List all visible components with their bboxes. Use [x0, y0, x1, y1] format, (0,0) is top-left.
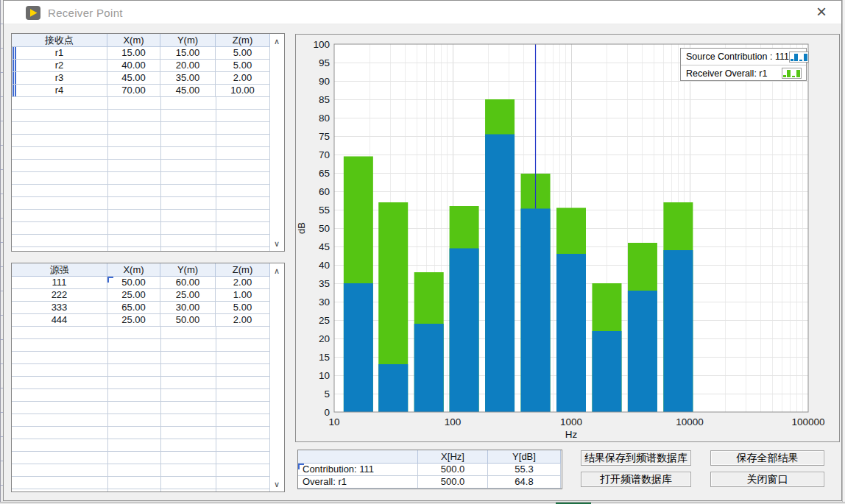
- cell[interactable]: 20.00: [160, 60, 216, 72]
- cell[interactable]: Contribution: 111: [298, 464, 418, 476]
- cell[interactable]: r4: [12, 85, 107, 97]
- column-header: [298, 450, 418, 464]
- svg-text:20: 20: [319, 333, 330, 344]
- cell[interactable]: 45.00: [107, 72, 160, 85]
- cell[interactable]: 2.00: [216, 72, 270, 85]
- spectrum-chart[interactable]: 0510152025303540455055606570758085909510…: [296, 35, 839, 441]
- cell[interactable]: 45.00: [160, 85, 216, 97]
- svg-text:55: 55: [319, 205, 330, 216]
- cell[interactable]: 10.00: [216, 85, 270, 97]
- labview-run-icon: [26, 6, 40, 20]
- cursor-readout-table: X[Hz] Y[dB] Contribution: 111 500.0 55.3…: [297, 450, 562, 489]
- scroll-up-icon[interactable]: ∧: [271, 36, 283, 46]
- receiver-point-window: Receiver Point × 接收点 X(m) Y(m) Z(m) r1 1…: [3, 0, 842, 501]
- empty-rows[interactable]: [12, 327, 270, 491]
- receiver-table-header: 接收点 X(m) Y(m) Z(m): [12, 34, 284, 47]
- cell[interactable]: 25.00: [160, 289, 216, 302]
- cursor-table-header: X[Hz] Y[dB]: [298, 450, 562, 464]
- legend-item-contribution[interactable]: Source Contribution : 111: [681, 49, 806, 65]
- svg-text:1000: 1000: [560, 416, 582, 427]
- table-row[interactable]: 333 65.00 30.00 5.00: [12, 302, 284, 314]
- cell[interactable]: 333: [12, 302, 107, 314]
- table-row[interactable]: 444 25.00 50.00 2.00: [12, 314, 284, 327]
- cell[interactable]: r2: [12, 60, 107, 72]
- cell[interactable]: 70.00: [107, 85, 160, 97]
- column-header: 源强: [12, 263, 107, 277]
- cell-selected[interactable]: 50.00: [107, 277, 160, 289]
- cell[interactable]: 60.00: [160, 277, 216, 289]
- table-row[interactable]: r1 15.00 15.00 5.00: [12, 47, 284, 60]
- column-header: X(m): [107, 263, 160, 277]
- window-title: Receiver Point: [48, 7, 123, 19]
- spectrum-chart-panel: 0510152025303540455055606570758085909510…: [295, 34, 840, 442]
- x-axis-title: Hz: [565, 429, 578, 440]
- screen: Receiver Point × 接收点 X(m) Y(m) Z(m) r1 1…: [0, 0, 845, 504]
- legend-label: Receiver Overall: r1: [686, 68, 767, 79]
- cell[interactable]: 5.00: [216, 60, 270, 72]
- cell[interactable]: 1.00: [216, 289, 270, 302]
- legend-item-overall[interactable]: Receiver Overall: r1: [681, 65, 806, 81]
- bar-series-icon[interactable]: [782, 68, 802, 79]
- svg-text:15: 15: [319, 352, 330, 363]
- column-header: Y(m): [160, 263, 216, 277]
- svg-text:40: 40: [319, 260, 330, 271]
- empty-rows[interactable]: [12, 97, 270, 251]
- receiver-table: 接收点 X(m) Y(m) Z(m) r1 15.00 15.00 5.00 r…: [11, 33, 285, 252]
- cell[interactable]: 35.00: [160, 72, 216, 85]
- cell[interactable]: 50.00: [160, 314, 216, 327]
- legend-label: Source Contribution : 111: [686, 52, 789, 62]
- svg-text:35: 35: [319, 278, 330, 289]
- cell[interactable]: r3: [12, 72, 107, 85]
- table-row[interactable]: r3 45.00 35.00 2.00: [12, 72, 284, 85]
- cell[interactable]: 30.00: [160, 302, 216, 314]
- cell[interactable]: 5.00: [216, 302, 270, 314]
- svg-text:80: 80: [319, 113, 330, 124]
- column-header: X(m): [107, 34, 160, 47]
- cell[interactable]: r1: [12, 47, 107, 60]
- cell[interactable]: 111: [12, 277, 107, 289]
- column-header: Z(m): [216, 263, 270, 277]
- cell[interactable]: 15.00: [160, 47, 216, 60]
- svg-text:10: 10: [328, 416, 339, 427]
- cell[interactable]: 25.00: [107, 314, 160, 327]
- open-spectrum-db-button[interactable]: 打开频谱数据库: [581, 472, 691, 487]
- cell[interactable]: Overall: r1: [298, 476, 418, 489]
- cell[interactable]: 2.00: [216, 277, 270, 289]
- cell[interactable]: 500.0: [418, 476, 488, 489]
- cell[interactable]: 444: [12, 314, 107, 327]
- table-row[interactable]: Overall: r1 500.0 64.8: [298, 476, 562, 489]
- cell[interactable]: 65.00: [107, 302, 160, 314]
- table-row[interactable]: 222 25.00 25.00 1.00: [12, 289, 284, 302]
- window-titlebar[interactable]: Receiver Point ×: [4, 1, 841, 24]
- cell[interactable]: 64.8: [488, 476, 561, 489]
- cell[interactable]: 25.00: [107, 289, 160, 302]
- scroll-down-icon[interactable]: ∨: [271, 479, 283, 489]
- table-row[interactable]: 111 50.00 60.00 2.00: [12, 277, 284, 289]
- cell[interactable]: 55.3: [488, 464, 561, 476]
- close-icon[interactable]: ×: [809, 1, 834, 24]
- save-results-to-spectrum-db-button[interactable]: 结果保存到频谱数据库: [581, 450, 691, 466]
- close-window-button[interactable]: 关闭窗口: [710, 472, 824, 487]
- cell[interactable]: 40.00: [107, 60, 160, 72]
- svg-text:25: 25: [319, 315, 330, 326]
- table-row[interactable]: r4 70.00 45.00 10.00: [12, 85, 284, 97]
- table-row[interactable]: Contribution: 111 500.0 55.3: [298, 464, 562, 476]
- svg-text:100: 100: [313, 39, 330, 50]
- cell[interactable]: 5.00: [216, 47, 270, 60]
- cell[interactable]: 15.00: [107, 47, 160, 60]
- cell[interactable]: 500.0: [418, 464, 488, 476]
- scroll-down-icon[interactable]: ∨: [271, 238, 283, 249]
- save-all-results-button[interactable]: 保存全部结果: [710, 450, 824, 466]
- bar-series-icon[interactable]: [789, 52, 809, 63]
- cell[interactable]: 222: [12, 289, 107, 302]
- column-header: Y(m): [160, 34, 216, 47]
- y-axis-title: dB: [296, 222, 307, 234]
- cell[interactable]: 2.00: [216, 314, 270, 327]
- table-row[interactable]: r2 40.00 20.00 5.00: [12, 60, 284, 72]
- svg-text:60: 60: [319, 186, 330, 197]
- source-table-header: 源强 X(m) Y(m) Z(m): [12, 263, 284, 277]
- scroll-up-icon[interactable]: ∧: [271, 266, 283, 276]
- svg-text:85: 85: [319, 94, 330, 105]
- svg-text:30: 30: [319, 297, 330, 308]
- svg-text:45: 45: [319, 241, 330, 252]
